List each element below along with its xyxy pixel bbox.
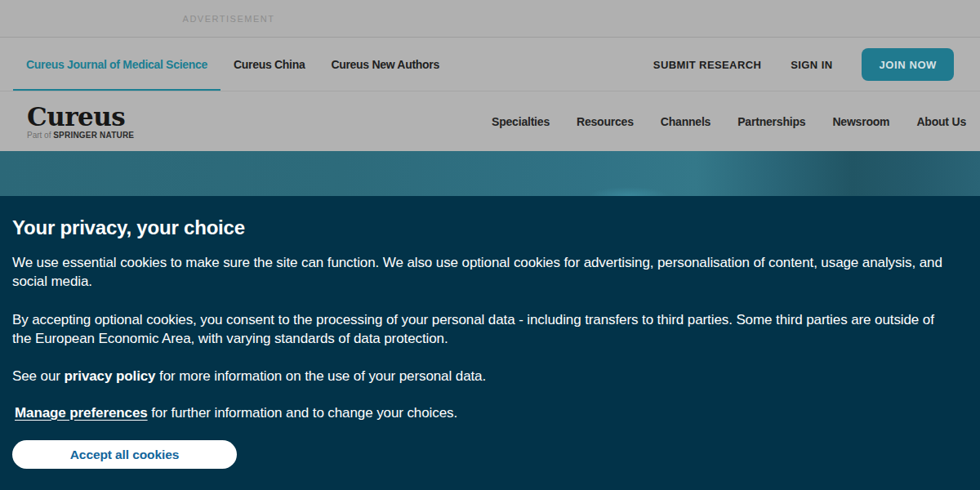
- advertisement-bar: ADVERTISEMENT: [0, 0, 980, 38]
- cookie-banner-title: Your privacy, your choice: [12, 216, 947, 239]
- main-header: Cureus Part of SPRINGER NATURE Specialti…: [0, 92, 980, 151]
- sign-in-link[interactable]: SIGN IN: [791, 59, 832, 71]
- cureus-logo[interactable]: Cureus Part of SPRINGER NATURE: [27, 104, 134, 140]
- hero-banner: [0, 151, 980, 196]
- cookie-privacy-policy-line: See our privacy policy for more informat…: [12, 367, 947, 385]
- nav-item-partnerships[interactable]: Partnerships: [737, 115, 805, 128]
- site-tab-bar: Cureus Journal of Medical Science Cureus…: [0, 38, 980, 91]
- nav-item-resources[interactable]: Resources: [577, 115, 634, 128]
- nav-item-about-us[interactable]: About Us: [916, 115, 966, 128]
- springer-nature-label: SPRINGER NATURE: [53, 131, 134, 140]
- tab-cureus-journal[interactable]: Cureus Journal of Medical Science: [13, 38, 220, 91]
- logo-tagline: Part of SPRINGER NATURE: [27, 131, 134, 140]
- main-navigation: Specialties Resources Channels Partnersh…: [492, 115, 966, 128]
- manage-preferences-link[interactable]: Manage preferences: [15, 405, 148, 421]
- tab-bar-actions: SUBMIT RESEARCH SIGN IN JOIN NOW: [653, 38, 954, 91]
- join-now-button[interactable]: JOIN NOW: [862, 48, 954, 81]
- cookie-optional-paragraph: By accepting optional cookies, you conse…: [12, 310, 947, 348]
- cookie-essential-paragraph: We use essential cookies to make sure th…: [12, 253, 947, 291]
- submit-research-link[interactable]: SUBMIT RESEARCH: [653, 59, 761, 71]
- nav-item-newsroom[interactable]: Newsroom: [832, 115, 889, 128]
- tab-cureus-china[interactable]: Cureus China: [220, 38, 318, 91]
- privacy-policy-link[interactable]: privacy policy: [64, 368, 155, 384]
- cookie-manage-preferences-line: Manage preferences for further informati…: [15, 403, 947, 422]
- accept-all-cookies-button[interactable]: Accept all cookies: [12, 440, 237, 469]
- cookie-consent-banner: Your privacy, your choice We use essenti…: [0, 196, 980, 490]
- manage-preferences-suffix: for further information and to change yo…: [148, 405, 457, 421]
- privacy-policy-suffix: for more information on the use of your …: [155, 368, 486, 384]
- tab-cureus-new-authors[interactable]: Cureus New Authors: [318, 38, 452, 91]
- privacy-policy-prefix: See our: [12, 368, 64, 384]
- logo-tagline-prefix: Part of: [27, 131, 53, 140]
- nav-item-specialties[interactable]: Specialties: [492, 115, 550, 128]
- cureus-logo-text: Cureus: [27, 104, 134, 131]
- nav-item-channels[interactable]: Channels: [661, 115, 710, 128]
- advertisement-label: ADVERTISEMENT: [183, 14, 275, 24]
